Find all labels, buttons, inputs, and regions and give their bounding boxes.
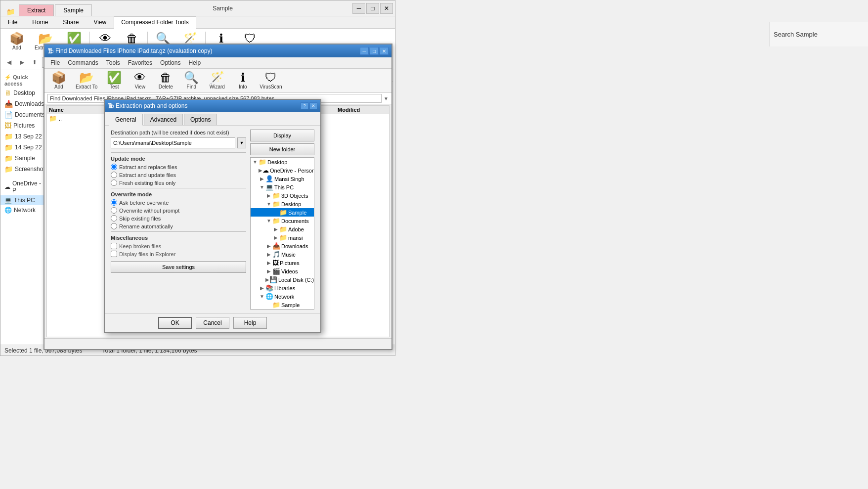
tree-3dobjects[interactable]: ▶ 📁 3D Objects [251,191,314,200]
up-button[interactable]: ⬆ [29,57,40,68]
tree-thispc-toggle[interactable]: ▼ [259,184,265,190]
radio-fresh-only-input[interactable] [111,179,117,186]
check-keep-broken[interactable]: Keep broken files [111,243,246,249]
tree-downloads-toggle[interactable]: ▶ [265,243,272,249]
cancel-button[interactable]: Cancel [196,317,229,329]
radio-extract-update[interactable]: Extract and update files [111,172,246,178]
radio-extract-update-input[interactable] [111,172,117,178]
tree-videos-toggle[interactable]: ▶ [265,268,272,274]
tree-thispc[interactable]: ▼ 💻 This PC [251,183,314,191]
help-footer-button[interactable]: Help [233,317,267,329]
check-display-explorer-input[interactable] [111,251,117,257]
tree-pictures-toggle[interactable]: ▶ [265,260,272,266]
wr-info-button[interactable]: ℹ Info [230,70,255,91]
dlg-tab-advanced[interactable]: Advanced [144,114,183,125]
add-button[interactable]: 📦 Add [4,31,29,52]
radio-overwrite-prompt-input[interactable] [111,207,117,214]
dialog-help-btn[interactable]: ? [301,102,308,109]
tree-mansi-toggle[interactable]: ▶ [259,176,265,181]
sidebar-item-14sep[interactable]: 📁 14 Sep 22 [0,142,49,153]
wr-extract-button[interactable]: 📂 Extract To [72,70,101,91]
tab-sample[interactable]: Sample [55,4,92,16]
tree-localdisk[interactable]: ▶ 💾 Local Disk (C:) [251,275,314,284]
menu-options[interactable]: Options [156,58,184,67]
tree-onedrive-toggle[interactable]: ▶ [259,168,262,173]
check-display-explorer[interactable]: Display files in Explorer [111,251,246,257]
tree-documents[interactable]: ▼ 📁 Documents [251,217,314,225]
tree-onedrive[interactable]: ▶ ☁ OneDrive - Personal [251,166,314,175]
radio-rename-auto[interactable]: Rename automatically [111,223,246,229]
display-button[interactable]: Display [250,130,314,141]
sidebar-item-13sep[interactable]: 📁 13 Sep 22 [0,131,49,142]
wr-wizard-button[interactable]: 🪄 Wizard [205,70,229,91]
tree-desktop-thispc[interactable]: ▼ 📁 Desktop [251,200,314,208]
sidebar-item-downloads[interactable]: 📥 Downloads [0,98,49,109]
wr-test-button[interactable]: ✅ Test [102,70,127,91]
tree-mansi[interactable]: ▶ 👤 Mansi Singh [251,175,314,183]
tree-network[interactable]: ▼ 🌐 Network [251,292,314,301]
radio-fresh-only[interactable]: Fresh existing files only [111,179,246,186]
tree-adobe-toggle[interactable]: ▶ [272,226,279,232]
tree-videos[interactable]: ▶ 🎬 Videos [251,267,314,275]
radio-extract-replace[interactable]: Extract and replace files [111,164,246,170]
tree-pictures[interactable]: ▶ 🖼 Pictures [251,259,314,267]
sidebar-item-desktop[interactable]: 🖥 Desktop [0,88,49,98]
tree-mansi-docs[interactable]: ▶ 📁 mansi [251,233,314,242]
sidebar-item-screenshot[interactable]: 📁 Screenshot [0,164,49,175]
tree-localdisk-toggle[interactable]: ▶ [265,277,269,282]
wr-view-button[interactable]: 👁 View [128,70,152,91]
sidebar-item-thispc[interactable]: 💻 This PC [0,195,49,205]
wr-add-button[interactable]: 📦 Add [46,70,71,91]
tree-3dobjects-toggle[interactable]: ▶ [265,193,272,198]
tree-desktop-thispc-toggle[interactable]: ▼ [265,201,272,207]
winrar-close[interactable]: ✕ [380,47,389,55]
sidebar-item-documents[interactable]: 📄 Documents [0,109,49,120]
radio-overwrite-prompt[interactable]: Overwrite without prompt [111,207,246,214]
dest-path-input[interactable] [111,137,235,148]
dialog-close-btn[interactable]: ✕ [309,102,317,109]
menu-commands[interactable]: Commands [64,58,102,67]
radio-skip-existing-input[interactable] [111,215,117,222]
sidebar-item-onedrive[interactable]: ☁ OneDrive - P [0,178,49,195]
menu-file[interactable]: File [46,58,64,67]
radio-ask-overwrite-input[interactable] [111,199,117,206]
tree-adobe[interactable]: ▶ 📁 Adobe [251,225,314,233]
sidebar-item-network[interactable]: 🌐 Network [0,205,49,215]
tree-music[interactable]: ▶ 🎵 Music [251,250,314,259]
winrar-minimize[interactable]: ─ [360,47,369,55]
menu-favorites[interactable]: Favorites [124,58,156,67]
tree-documents-toggle[interactable]: ▼ [265,218,272,223]
tree-libraries-toggle[interactable]: ▶ [259,285,265,291]
tree-network-toggle[interactable]: ▼ [259,294,265,299]
menu-help[interactable]: Help [184,58,205,67]
ribbon-tab-view[interactable]: View [86,16,114,28]
tree-desktop-toggle[interactable]: ▼ [252,159,259,165]
tree-mansi-docs-toggle[interactable]: ▶ [272,235,279,240]
maximize-btn[interactable]: □ [366,3,379,14]
radio-ask-overwrite[interactable]: Ask before overwrite [111,199,246,206]
ok-button[interactable]: OK [158,317,192,329]
ribbon-tab-share[interactable]: Share [55,16,86,28]
menu-tools[interactable]: Tools [102,58,124,67]
tree-sample-network[interactable]: 📁 Sample [251,301,314,309]
dlg-tab-options[interactable]: Options [184,114,217,125]
sidebar-item-sample[interactable]: 📁 Sample [0,153,49,164]
tree-libraries[interactable]: ▶ 📚 Libraries [251,284,314,292]
dlg-tab-general[interactable]: General [109,114,143,126]
wr-find-button[interactable]: 🔍 Find [179,70,204,91]
winrar-maximize[interactable]: □ [370,47,379,55]
radio-rename-auto-input[interactable] [111,223,117,229]
radio-extract-replace-input[interactable] [111,164,117,170]
tree-desktop[interactable]: ▼ 📁 Desktop [251,158,314,166]
tree-downloads[interactable]: ▶ 📥 Downloads [251,242,314,250]
radio-skip-existing[interactable]: Skip existing files [111,215,246,222]
wr-virusscan-button[interactable]: 🛡 VirusScan [256,70,285,91]
ribbon-tab-home[interactable]: Home [25,16,55,28]
tree-sample[interactable]: 📁 Sample [251,208,314,217]
tree-area[interactable]: ▼ 📁 Desktop ▶ ☁ OneDrive - Personal ▶ 👤 … [250,157,314,310]
save-settings-button[interactable]: Save settings [111,261,246,273]
ribbon-tab-compressed[interactable]: Compressed Folder Tools [114,16,196,29]
sidebar-item-pictures[interactable]: 🖼 Pictures [0,120,49,131]
ribbon-tab-file[interactable]: File [0,16,25,28]
tree-music-toggle[interactable]: ▶ [265,252,272,257]
